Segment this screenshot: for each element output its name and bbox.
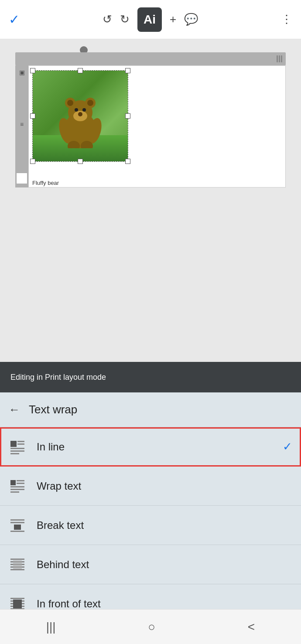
svg-rect-28 [14,525,21,530]
back-arrow-icon[interactable]: ← [9,403,20,416]
text-format-button[interactable]: Ai [137,7,162,32]
menu-item-wrap[interactable]: Wrap text [0,467,301,506]
comment-icon[interactable]: 💬 [184,13,198,26]
menu-item-break[interactable]: Break text [0,506,301,545]
handle-bottom-center[interactable] [78,159,83,164]
menu-item-inline[interactable]: In line ✓ [0,427,301,467]
status-text: Editing in Print layout mode [10,373,106,382]
undo-icon[interactable]: ↺ [103,13,112,26]
svg-rect-27 [10,522,24,523]
svg-point-9 [78,112,82,116]
svg-rect-29 [10,531,24,532]
toolbar-left: ✓ [9,12,20,27]
home-button[interactable]: ○ [135,616,168,638]
check-icon[interactable]: ✓ [9,12,20,27]
svg-point-8 [82,108,86,112]
inline-check: ✓ [283,440,292,453]
svg-point-7 [75,108,78,112]
svg-rect-21 [17,480,24,481]
svg-rect-20 [10,480,16,485]
svg-rect-17 [10,448,24,449]
svg-rect-26 [10,519,24,521]
inline-label: In line [37,441,272,453]
back-row[interactable]: ← Text wrap [0,392,301,427]
svg-rect-22 [17,483,24,484]
handle-middle-left[interactable] [30,113,35,119]
behind-label: Behind text [37,559,292,571]
more-icon[interactable]: ⋮ [281,13,292,26]
bear-svg [56,83,104,148]
svg-rect-35 [10,569,24,570]
svg-rect-15 [17,441,24,442]
svg-rect-24 [10,489,24,490]
front-label: In front of text [37,598,292,610]
svg-rect-23 [10,486,24,487]
svg-rect-25 [10,491,19,493]
wrap-label: Wrap text [37,480,292,492]
handle-top-right[interactable] [125,68,130,73]
page-wrapper: ▣ ≡ [15,52,286,65]
svg-point-5 [87,100,93,106]
menu-title: Text wrap [29,403,77,416]
add-icon[interactable]: + [170,13,176,26]
menu-item-behind[interactable]: Behind text [0,545,301,584]
svg-rect-34 [13,560,22,569]
svg-rect-40 [13,600,22,608]
handle-bottom-left[interactable] [30,159,35,164]
bottom-nav: ||| ○ < [0,609,301,644]
ruler-bar [15,52,286,65]
page-icon: ▣ [19,69,25,76]
behind-icon [9,557,26,572]
ruler-line [279,55,280,62]
lines-icon: ≡ [20,121,24,128]
menu-panel: ← Text wrap In line ✓ [0,392,301,624]
handle-top-center[interactable] [78,68,83,73]
inline-icon [9,439,26,455]
svg-rect-16 [17,443,24,445]
svg-rect-14 [10,441,17,447]
handle-top-left[interactable] [30,68,35,73]
image-caption: Fluffy bear [32,180,59,186]
svg-rect-36 [10,598,24,599]
toolbar-right: ⋮ [281,13,292,26]
ruler-line [281,55,282,62]
handle-middle-right[interactable] [125,113,130,119]
page: Fluffy bear [28,65,286,187]
wrap-icon [9,478,26,494]
ruler-lines [277,55,282,62]
break-icon [9,518,26,533]
document-area: ▣ ≡ [0,39,301,362]
handle-bottom-right[interactable] [125,159,130,164]
break-label: Break text [37,519,292,532]
svg-point-4 [67,100,73,106]
side-ruler: ▣ ≡ [15,65,28,187]
svg-rect-30 [10,559,24,560]
white-square [16,173,27,184]
ruler-line [277,55,278,62]
redo-icon[interactable]: ↻ [120,13,130,26]
svg-rect-19 [10,453,19,454]
recents-button[interactable]: ||| [33,616,69,638]
status-bar: Editing in Print layout mode [0,362,301,392]
back-button[interactable]: < [235,616,268,638]
svg-rect-18 [10,450,24,452]
bear-image [33,71,128,161]
image-container[interactable] [32,70,128,162]
toolbar-center: ↺ ↻ Ai + 💬 [103,7,198,32]
toolbar: ✓ ↺ ↻ Ai + 💬 ⋮ [0,0,301,39]
